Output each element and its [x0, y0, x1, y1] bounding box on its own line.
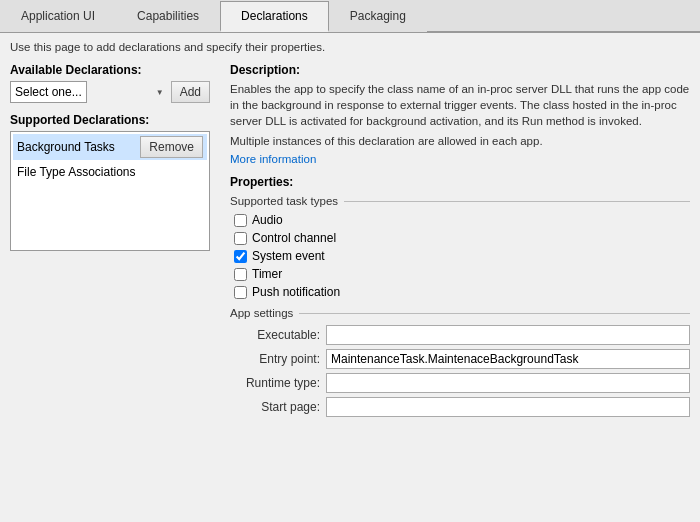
declaration-item-file-type[interactable]: File Type Associations — [13, 162, 207, 182]
task-types-section: Supported task types Audio Control chann… — [230, 195, 690, 299]
audio-checkbox[interactable] — [234, 214, 247, 227]
description-text: Enables the app to specify the class nam… — [230, 81, 690, 129]
add-button[interactable]: Add — [171, 81, 210, 103]
checkbox-audio: Audio — [230, 213, 690, 227]
available-declarations-label: Available Declarations: — [10, 63, 210, 77]
control-channel-label: Control channel — [252, 231, 336, 245]
declarations-list: Background Tasks Remove File Type Associ… — [10, 131, 210, 251]
select-wrapper: Select one... — [10, 81, 167, 103]
entry-point-label: Entry point: — [230, 352, 320, 366]
main-content: Use this page to add declarations and sp… — [0, 33, 700, 429]
audio-label: Audio — [252, 213, 283, 227]
push-notification-label: Push notification — [252, 285, 340, 299]
app-settings-section: App settings Executable: Entry point: Ru… — [230, 307, 690, 417]
description-label: Description: — [230, 63, 690, 77]
select-row: Select one... Add — [10, 81, 210, 103]
left-panel: Available Declarations: Select one... Ad… — [10, 63, 220, 421]
tab-application-ui[interactable]: Application UI — [0, 1, 116, 32]
two-column-layout: Available Declarations: Select one... Ad… — [10, 63, 690, 421]
control-channel-checkbox[interactable] — [234, 232, 247, 245]
start-page-label: Start page: — [230, 400, 320, 414]
system-event-label: System event — [252, 249, 325, 263]
push-notification-checkbox[interactable] — [234, 286, 247, 299]
tab-packaging[interactable]: Packaging — [329, 1, 427, 32]
entry-point-input[interactable] — [326, 349, 690, 369]
checkbox-control-channel: Control channel — [230, 231, 690, 245]
executable-label: Executable: — [230, 328, 320, 342]
tab-capabilities[interactable]: Capabilities — [116, 1, 220, 32]
tab-declarations[interactable]: Declarations — [220, 1, 329, 32]
runtime-type-label: Runtime type: — [230, 376, 320, 390]
right-panel: Description: Enables the app to specify … — [220, 63, 690, 421]
declaration-item-background-tasks-label: Background Tasks — [17, 140, 115, 154]
remove-button[interactable]: Remove — [140, 136, 203, 158]
available-declarations-select[interactable]: Select one... — [10, 81, 87, 103]
timer-checkbox[interactable] — [234, 268, 247, 281]
timer-label: Timer — [252, 267, 282, 281]
task-types-header: Supported task types — [230, 195, 690, 207]
supported-declarations-label: Supported Declarations: — [10, 113, 210, 127]
declaration-item-background-tasks[interactable]: Background Tasks Remove — [13, 134, 207, 160]
declaration-item-file-type-label: File Type Associations — [17, 165, 136, 179]
start-page-input[interactable] — [326, 397, 690, 417]
tab-bar: Application UI Capabilities Declarations… — [0, 0, 700, 33]
start-page-row: Start page: — [230, 397, 690, 417]
executable-input[interactable] — [326, 325, 690, 345]
app-settings-header: App settings — [230, 307, 690, 319]
properties-label: Properties: — [230, 175, 690, 189]
system-event-checkbox[interactable] — [234, 250, 247, 263]
app-settings-divider — [299, 313, 690, 314]
app-settings-title: App settings — [230, 307, 293, 319]
runtime-type-input[interactable] — [326, 373, 690, 393]
task-types-divider — [344, 201, 690, 202]
executable-row: Executable: — [230, 325, 690, 345]
checkbox-push-notification: Push notification — [230, 285, 690, 299]
checkbox-timer: Timer — [230, 267, 690, 281]
description-note: Multiple instances of this declaration a… — [230, 133, 690, 149]
runtime-type-row: Runtime type: — [230, 373, 690, 393]
more-information-link[interactable]: More information — [230, 153, 690, 165]
checkbox-system-event: System event — [230, 249, 690, 263]
entry-point-row: Entry point: — [230, 349, 690, 369]
task-types-title: Supported task types — [230, 195, 338, 207]
hint-text: Use this page to add declarations and sp… — [10, 41, 690, 53]
